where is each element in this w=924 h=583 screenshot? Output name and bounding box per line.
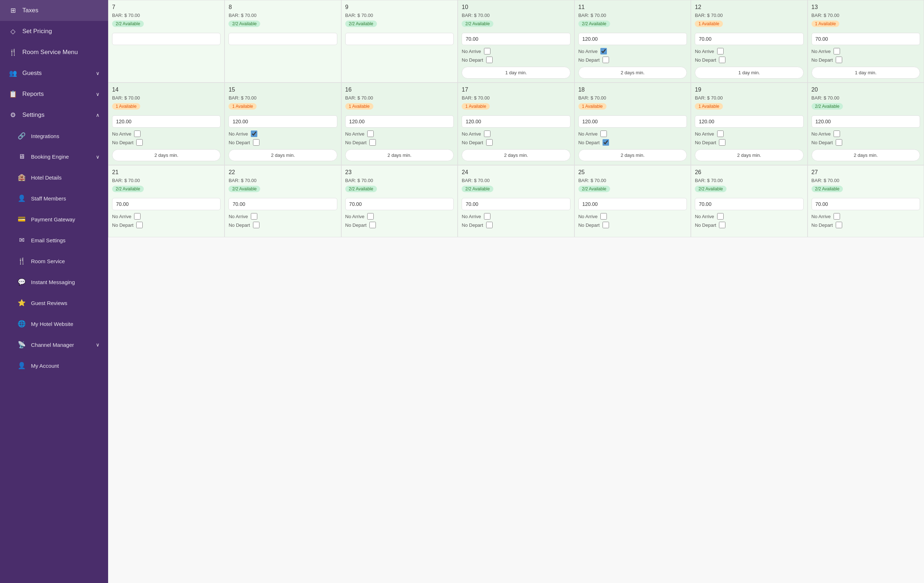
min-days-btn-13[interactable]: 1 day min. [812, 67, 920, 79]
no-depart-checkbox-13[interactable] [836, 56, 842, 63]
sidebar-item-set-pricing[interactable]: ◇Set Pricing [0, 21, 108, 42]
no-arrive-row-24: No Arrive [462, 213, 570, 220]
no-arrive-checkbox-19[interactable] [717, 130, 724, 137]
sidebar-item-hotel-details[interactable]: 🏨Hotel Details [0, 167, 108, 188]
no-arrive-checkbox-10[interactable] [484, 48, 490, 55]
price-input-7[interactable] [112, 33, 221, 45]
no-arrive-checkbox-16[interactable] [367, 130, 374, 137]
no-arrive-row-14: No Arrive [112, 130, 221, 137]
no-arrive-checkbox-23[interactable] [367, 213, 374, 220]
price-input-21[interactable] [112, 198, 221, 210]
no-depart-checkbox-18[interactable] [602, 139, 609, 146]
no-depart-row-24: No Depart [462, 222, 570, 228]
min-days-btn-20[interactable]: 2 days min. [812, 149, 920, 161]
no-arrive-checkbox-25[interactable] [601, 213, 607, 220]
no-arrive-checkbox-21[interactable] [134, 213, 140, 220]
no-depart-checkbox-12[interactable] [719, 56, 726, 63]
price-input-25[interactable] [578, 198, 687, 210]
no-depart-checkbox-27[interactable] [836, 222, 842, 228]
sidebar-item-guest-reviews[interactable]: ⭐Guest Reviews [0, 292, 108, 313]
sidebar-item-my-hotel-website[interactable]: 🌐My Hotel Website [0, 313, 108, 334]
no-arrive-row-17: No Arrive [462, 130, 570, 137]
min-days-btn-18[interactable]: 2 days min. [578, 149, 687, 161]
no-depart-checkbox-21[interactable] [136, 222, 143, 228]
price-input-11[interactable] [578, 33, 687, 45]
sidebar-item-my-account[interactable]: 👤My Account [0, 355, 108, 376]
price-input-26[interactable] [695, 198, 803, 210]
no-arrive-checkbox-11[interactable] [601, 48, 607, 55]
no-depart-checkbox-17[interactable] [486, 139, 493, 146]
price-input-13[interactable] [812, 33, 920, 45]
no-arrive-checkbox-17[interactable] [484, 130, 490, 137]
sidebar-item-instant-messaging[interactable]: 💬Instant Messaging [0, 271, 108, 292]
no-depart-checkbox-10[interactable] [486, 56, 493, 63]
min-days-btn-10[interactable]: 1 day min. [462, 67, 570, 79]
no-depart-checkbox-16[interactable] [370, 139, 376, 146]
sidebar-item-room-service[interactable]: 🍴Room Service [0, 251, 108, 271]
price-input-24[interactable] [462, 198, 570, 210]
price-input-12[interactable] [695, 33, 803, 45]
no-arrive-checkbox-13[interactable] [833, 48, 840, 55]
no-arrive-checkbox-24[interactable] [484, 213, 490, 220]
no-arrive-label-24: No Arrive [462, 214, 481, 219]
day-cell-12: 12BAR: $ 70.001 AvailableNo ArriveNo Dep… [691, 0, 807, 83]
price-input-22[interactable] [228, 198, 337, 210]
no-arrive-checkbox-18[interactable] [601, 130, 607, 137]
no-depart-label-25: No Depart [578, 223, 600, 228]
day-cell-25: 25BAR: $ 70.002/2 AvailableNo ArriveNo D… [574, 165, 691, 237]
no-depart-checkbox-15[interactable] [253, 139, 259, 146]
min-days-btn-11[interactable]: 2 days min. [578, 67, 687, 79]
sidebar-item-email-settings[interactable]: ✉Email Settings [0, 230, 108, 251]
price-input-27[interactable] [812, 198, 920, 210]
price-input-23[interactable] [345, 198, 454, 210]
sidebar-item-reports[interactable]: 📋Reports∨ [0, 84, 108, 104]
sidebar-item-guests[interactable]: 👥Guests∨ [0, 63, 108, 84]
no-arrive-checkbox-14[interactable] [134, 130, 140, 137]
availability-badge-15: 1 Available [228, 103, 257, 110]
min-days-btn-14[interactable]: 2 days min. [112, 149, 221, 161]
no-depart-checkbox-23[interactable] [370, 222, 376, 228]
price-input-9[interactable] [345, 33, 454, 45]
availability-badge-18: 1 Available [578, 103, 607, 110]
price-input-20[interactable] [812, 116, 920, 128]
sidebar-item-payment-gateway[interactable]: 💳Payment Gateway [0, 209, 108, 230]
min-days-btn-12[interactable]: 1 day min. [695, 67, 803, 79]
price-input-15[interactable] [228, 116, 337, 128]
bar-price-14: BAR: $ 70.00 [112, 95, 221, 101]
sidebar-item-channel-manager[interactable]: 📡Channel Manager∨ [0, 334, 108, 355]
price-input-17[interactable] [462, 116, 570, 128]
no-arrive-checkbox-22[interactable] [251, 213, 257, 220]
no-depart-checkbox-11[interactable] [602, 56, 609, 63]
day-cell-20: 20BAR: $ 70.002/2 AvailableNo ArriveNo D… [808, 83, 924, 165]
no-depart-checkbox-19[interactable] [719, 139, 726, 146]
sidebar-item-taxes[interactable]: ⊞Taxes [0, 0, 108, 21]
sidebar-item-settings[interactable]: ⚙Settings∧ [0, 104, 108, 126]
min-days-btn-19[interactable]: 2 days min. [695, 149, 803, 161]
no-arrive-checkbox-15[interactable] [251, 130, 257, 137]
sidebar-item-integrations[interactable]: 🔗Integrations [0, 126, 108, 146]
no-depart-checkbox-24[interactable] [486, 222, 493, 228]
settings-icon: ⚙ [9, 111, 17, 119]
min-days-btn-17[interactable]: 2 days min. [462, 149, 570, 161]
min-days-btn-15[interactable]: 2 days min. [228, 149, 337, 161]
price-input-16[interactable] [345, 116, 454, 128]
sidebar-item-booking-engine[interactable]: 🖥Booking Engine∨ [0, 146, 108, 167]
no-depart-checkbox-25[interactable] [602, 222, 609, 228]
no-arrive-checkbox-20[interactable] [833, 130, 840, 137]
price-input-8[interactable] [228, 33, 337, 45]
sidebar-item-staff-members[interactable]: 👤Staff Members [0, 188, 108, 209]
no-depart-checkbox-26[interactable] [719, 222, 726, 228]
sidebar-item-room-service-menu[interactable]: 🍴Room Service Menu [0, 42, 108, 63]
min-days-btn-16[interactable]: 2 days min. [345, 149, 454, 161]
no-arrive-checkbox-26[interactable] [717, 213, 724, 220]
no-depart-checkbox-22[interactable] [253, 222, 259, 228]
price-input-14[interactable] [112, 116, 221, 128]
price-input-19[interactable] [695, 116, 803, 128]
day-number-19: 19 [695, 86, 803, 93]
no-arrive-checkbox-27[interactable] [833, 213, 840, 220]
no-depart-checkbox-20[interactable] [836, 139, 842, 146]
price-input-18[interactable] [578, 116, 687, 128]
no-depart-checkbox-14[interactable] [136, 139, 143, 146]
no-arrive-checkbox-12[interactable] [717, 48, 724, 55]
price-input-10[interactable] [462, 33, 570, 45]
